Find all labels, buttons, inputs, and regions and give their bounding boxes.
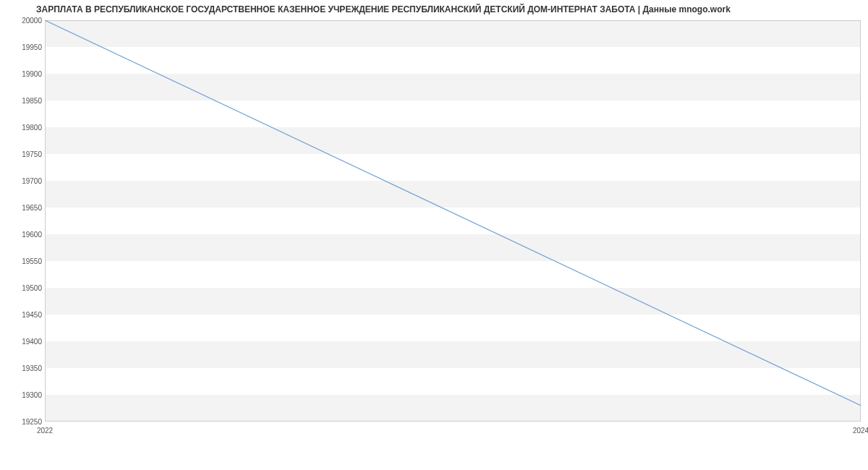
y-tick-label: 19700: [14, 177, 42, 185]
x-tick-label: 2022: [37, 427, 53, 435]
y-tick-label: 19400: [14, 338, 42, 346]
line-svg: [45, 20, 861, 422]
chart-title: ЗАРПЛАТА В РЕСПУБЛИКАНСКОЕ ГОСУДАРСТВЕНН…: [36, 4, 861, 14]
y-tick-label: 19450: [14, 311, 42, 319]
y-tick-label: 19550: [14, 257, 42, 265]
y-tick-label: 19850: [14, 97, 42, 105]
y-tick-label: 19300: [14, 391, 42, 399]
y-tick-label: 19900: [14, 70, 42, 78]
y-tick-label: 19650: [14, 204, 42, 212]
y-tick-label: 19600: [14, 231, 42, 239]
chart-container: ЗАРПЛАТА В РЕСПУБЛИКАНСКОЕ ГОСУДАРСТВЕНН…: [0, 0, 868, 470]
y-tick-label: 19950: [14, 43, 42, 51]
y-tick-label: 19800: [14, 124, 42, 132]
x-tick-label: 2024: [853, 427, 868, 435]
y-tick-label: 19750: [14, 150, 42, 158]
y-tick-label: 19350: [14, 364, 42, 372]
plot-area: 1925019300193501940019450195001955019600…: [45, 20, 861, 422]
y-tick-label: 19250: [14, 418, 42, 426]
y-tick-label: 20000: [14, 17, 42, 25]
y-tick-label: 19500: [14, 284, 42, 292]
data-line: [45, 20, 861, 406]
